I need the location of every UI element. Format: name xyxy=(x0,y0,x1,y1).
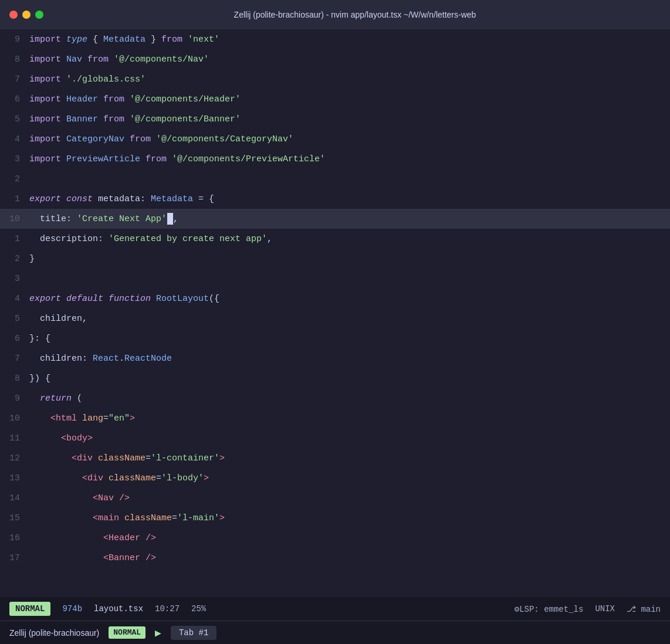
maximize-button[interactable] xyxy=(35,11,43,19)
token-component: <html xyxy=(29,413,77,423)
token-kw-import: import xyxy=(29,134,66,144)
token-kw-export: export xyxy=(29,294,66,304)
token-type-name: Metadata xyxy=(103,35,145,45)
token-component: <Header /> xyxy=(29,533,156,543)
close-button[interactable] xyxy=(9,11,18,19)
token-punct: . xyxy=(119,354,124,364)
token-string: '@/components/PreviewArticle' xyxy=(167,154,325,164)
token-punct: : xyxy=(82,354,93,364)
token-punct: , xyxy=(267,234,272,244)
token-string: '@/components/Nav' xyxy=(109,55,209,65)
token-punct: }) { xyxy=(29,374,50,384)
token-punct: = xyxy=(103,413,109,423)
token-kw-from: from xyxy=(98,94,124,104)
token-type-name: Metadata xyxy=(151,194,193,204)
line-content: import type { Metadata } from 'next' xyxy=(29,35,219,45)
token-punct: ( xyxy=(72,394,82,404)
token-string: '@/components/CategoryNav' xyxy=(151,134,293,144)
line-content: } xyxy=(29,254,35,264)
token-type-name: React xyxy=(93,354,119,364)
token-kw-import: import xyxy=(29,154,66,164)
token-attr-name: className xyxy=(103,473,156,483)
token-component: <main xyxy=(29,513,119,523)
token-attr-name: lang xyxy=(77,413,103,423)
line-number: 5 xyxy=(0,314,29,324)
token-attr-name: className xyxy=(93,453,145,463)
token-kw-const: const xyxy=(66,194,98,204)
line-number: 15 xyxy=(0,513,29,523)
token-string: '@/components/Header' xyxy=(124,94,241,104)
cursor-position: 10:27 xyxy=(155,604,180,614)
line-number: 8 xyxy=(0,55,29,65)
line-content: import Header from '@/components/Header' xyxy=(29,94,241,104)
line-content: description: 'Generated by create next a… xyxy=(29,234,272,244)
line-number: 2 xyxy=(0,254,29,264)
token-kw-import: import xyxy=(29,55,66,65)
tab-arrow-icon: ▶ xyxy=(155,626,161,639)
window-title: Zellij (polite-brachiosaur) - nvim app/l… xyxy=(49,10,661,19)
code-line: 7 children: React.ReactNode xyxy=(0,348,670,368)
line-number: 9 xyxy=(0,35,29,45)
token-punct: = xyxy=(145,453,151,463)
token-children-prop: children xyxy=(29,314,82,324)
code-line: 10 <html lang="en"> xyxy=(0,408,670,428)
token-kw-return: return xyxy=(29,394,72,404)
code-line: 2 xyxy=(0,169,670,189)
traffic-lights xyxy=(9,11,43,19)
minimize-button[interactable] xyxy=(22,11,31,19)
token-punct: } xyxy=(145,35,161,45)
line-content: <Banner /> xyxy=(29,553,156,563)
line-content: return ( xyxy=(29,394,82,404)
code-line: 12 <div className='l-container'> xyxy=(0,448,670,468)
code-line: 1export const metadata: Metadata = { xyxy=(0,189,670,209)
token-attr-val: 'l-container' xyxy=(151,453,219,463)
token-punct: } xyxy=(29,254,35,264)
line-number: 6 xyxy=(0,334,29,344)
token-type-name: Nav xyxy=(66,55,82,65)
line-content: <main className='l-main'> xyxy=(29,513,225,523)
code-line: 6}: { xyxy=(0,328,670,348)
file-name: layout.tsx xyxy=(94,604,143,614)
token-punct: : xyxy=(98,234,109,244)
code-line: 5import Banner from '@/components/Banner… xyxy=(0,109,670,129)
line-number: 7 xyxy=(0,354,29,364)
line-number: 10 xyxy=(0,214,29,224)
token-type-name: Banner xyxy=(66,114,98,124)
token-var-name: metadata xyxy=(98,194,140,204)
line-number: 12 xyxy=(0,453,29,463)
token-punct: = xyxy=(156,473,161,483)
line-content: <body> xyxy=(29,433,93,443)
token-kw-from: from xyxy=(98,114,124,124)
token-punct: : xyxy=(66,214,77,224)
line-content: title: 'Create Next App', xyxy=(29,213,178,225)
line-content: import './globals.css' xyxy=(29,74,145,84)
line-content: import Nav from '@/components/Nav' xyxy=(29,55,209,65)
tab-mode-badge: NORMAL xyxy=(109,626,145,639)
tab-1[interactable]: Tab #1 xyxy=(171,626,216,640)
token-children-prop: children xyxy=(29,354,82,364)
line-content: <div className='l-body'> xyxy=(29,473,209,483)
token-type-name: CategoryNav xyxy=(66,134,124,144)
token-punct: ({ xyxy=(209,294,219,304)
text-cursor xyxy=(167,213,173,225)
token-type-name: PreviewArticle xyxy=(66,154,140,164)
token-kw-import: import xyxy=(29,114,66,124)
token-type-name: Header xyxy=(66,94,98,104)
code-line: 13 <div className='l-body'> xyxy=(0,468,670,488)
token-kw-from: from xyxy=(140,154,167,164)
token-kw-import: import xyxy=(29,74,61,84)
token-type-name: ReactNode xyxy=(124,354,172,364)
code-line: 14 <Nav /> xyxy=(0,488,670,508)
token-component: > xyxy=(219,453,225,463)
line-content: <div className='l-container'> xyxy=(29,453,225,463)
token-string: '@/components/Banner' xyxy=(124,114,241,124)
token-punct: { xyxy=(87,35,103,45)
line-number: 3 xyxy=(0,274,29,284)
code-line: 16 <Header /> xyxy=(0,528,670,548)
token-prop-name: title xyxy=(29,214,66,224)
code-line: 3 xyxy=(0,269,670,289)
line-number: 10 xyxy=(0,413,29,423)
code-line: 8import Nav from '@/components/Nav' xyxy=(0,49,670,69)
token-func-name: RootLayout xyxy=(156,294,209,304)
code-line: 1 description: 'Generated by create next… xyxy=(0,229,670,249)
